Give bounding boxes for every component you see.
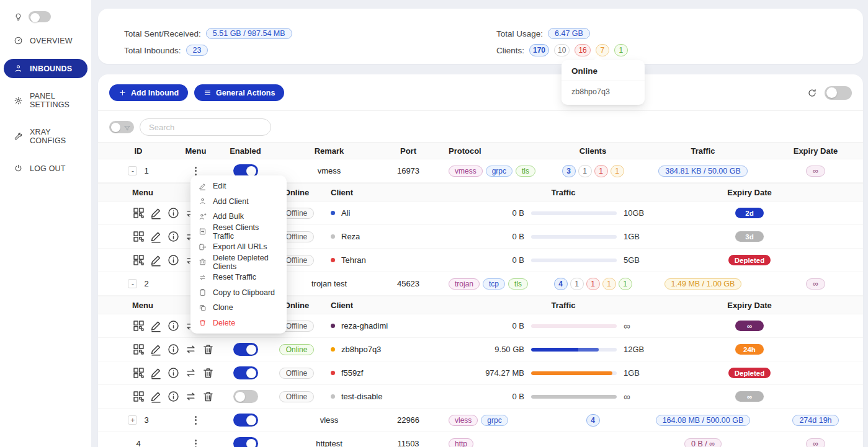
- info-icon[interactable]: [167, 206, 180, 219]
- expiry-badge: Depleted: [728, 368, 771, 378]
- menu-item-copy-to-clipboard[interactable]: Copy to Clipboard: [190, 285, 287, 301]
- menu-item-clone[interactable]: Clone: [190, 300, 287, 316]
- clone-icon: [199, 304, 207, 312]
- search-input[interactable]: [140, 118, 271, 136]
- qrcode-icon[interactable]: [132, 390, 145, 403]
- col-clients: Clients: [548, 143, 638, 159]
- sidebar-nav: OVERVIEW INBOUNDS PANEL SETTINGS XRAY CO…: [0, 31, 91, 178]
- menu-item-delete-depleted-clients[interactable]: Delete Depleted Clients: [190, 255, 287, 270]
- info-icon[interactable]: [167, 319, 180, 332]
- inbound-menu-button[interactable]: [191, 414, 200, 427]
- count-badge[interactable]: 4: [586, 414, 600, 427]
- info-icon[interactable]: [167, 343, 180, 356]
- power-icon: [14, 164, 23, 173]
- add-inbound-button[interactable]: Add Inbound: [109, 84, 188, 101]
- count-badge[interactable]: 1: [586, 278, 600, 290]
- client-color-dot: [331, 234, 335, 239]
- count-badge[interactable]: 1: [594, 165, 608, 177]
- qrcode-icon[interactable]: [132, 206, 145, 219]
- edit-icon[interactable]: [150, 230, 163, 243]
- client-color-dot: [331, 347, 335, 352]
- count-badge[interactable]: 1: [611, 165, 624, 177]
- client-color-dot: [331, 324, 335, 328]
- menu-item-add-bulk[interactable]: Add Bulk: [190, 209, 287, 224]
- traffic-total: 1GB: [624, 368, 656, 378]
- qrcode-icon[interactable]: [132, 230, 145, 243]
- qrcode-icon[interactable]: [132, 254, 145, 267]
- count-badge[interactable]: 3: [562, 165, 576, 177]
- inbound-enabled-toggle[interactable]: [233, 414, 258, 427]
- client-count-total[interactable]: 170: [529, 44, 549, 56]
- edit-icon: [199, 182, 207, 190]
- online-status-badge: Offline: [279, 368, 314, 379]
- count-badge[interactable]: 1: [570, 278, 584, 290]
- sidebar-item-label: INBOUNDS: [30, 64, 72, 73]
- menu-item-export-all-urls[interactable]: Export All URLs: [190, 239, 287, 255]
- info-icon[interactable]: [167, 390, 180, 403]
- edit-icon[interactable]: [150, 366, 163, 379]
- refresh-icon[interactable]: [807, 88, 817, 98]
- traffic-total: 10GB: [624, 208, 656, 218]
- filter-toggle[interactable]: [109, 121, 134, 133]
- popover-title: Online: [562, 60, 645, 81]
- edit-icon[interactable]: [150, 206, 163, 219]
- export-urls-icon: [199, 243, 207, 251]
- menu-item-edit[interactable]: Edit: [190, 179, 287, 194]
- auto-refresh-toggle[interactable]: [825, 86, 852, 100]
- general-actions-label: General Actions: [216, 89, 275, 97]
- client-count-online[interactable]: 1: [614, 44, 628, 56]
- edit-icon[interactable]: [150, 319, 163, 332]
- client-count-depleted[interactable]: 16: [575, 44, 590, 56]
- sidebar-item-overview[interactable]: OVERVIEW: [4, 31, 87, 50]
- edit-icon[interactable]: [150, 390, 163, 403]
- sidebar-item-panel-settings[interactable]: PANEL SETTINGS: [4, 87, 87, 114]
- col-id: ID: [98, 143, 179, 159]
- reset-icon[interactable]: [184, 366, 197, 379]
- info-icon[interactable]: [167, 366, 180, 379]
- general-actions-button[interactable]: General Actions: [194, 84, 284, 101]
- menu-item-delete[interactable]: Delete: [190, 316, 287, 331]
- inbound-enabled-toggle[interactable]: [233, 437, 258, 447]
- expand-button[interactable]: +: [128, 415, 137, 425]
- traffic-used: 0 B: [471, 321, 524, 330]
- collapse-button[interactable]: -: [128, 166, 137, 175]
- client-enabled-toggle[interactable]: [233, 366, 258, 379]
- qrcode-icon[interactable]: [132, 366, 145, 379]
- qrcode-icon[interactable]: [132, 343, 145, 356]
- inbound-context-menu: Edit Add Client Add Bulk Reset Clients T…: [190, 175, 287, 334]
- client-enabled-toggle[interactable]: [233, 390, 258, 403]
- menu-item-reset-traffic[interactable]: Reset Traffic: [190, 270, 287, 285]
- client-color-dot: [331, 371, 335, 375]
- count-badge[interactable]: 1: [602, 278, 616, 290]
- edit-icon[interactable]: [150, 254, 163, 267]
- sidebar-item-label: OVERVIEW: [30, 37, 73, 45]
- edit-icon[interactable]: [150, 343, 163, 356]
- client-enabled-toggle[interactable]: [233, 343, 258, 356]
- qrcode-icon[interactable]: [132, 319, 145, 332]
- sidebar-item-xray-configs[interactable]: XRAY CONFIGS: [4, 123, 87, 150]
- reset-icon[interactable]: [184, 343, 197, 356]
- collapse-button[interactable]: -: [128, 279, 137, 288]
- info-icon[interactable]: [167, 254, 180, 267]
- count-badge[interactable]: 1: [578, 165, 592, 177]
- count-badge[interactable]: 1: [619, 278, 632, 290]
- traffic-total: 12GB: [624, 345, 656, 354]
- theme-toggle[interactable]: [29, 11, 51, 22]
- info-icon[interactable]: [167, 230, 180, 243]
- inbound-menu-button[interactable]: [191, 437, 200, 447]
- total-inbounds-value: 23: [186, 45, 208, 56]
- inbound-port: 22966: [380, 409, 436, 432]
- sidebar-item-inbounds[interactable]: INBOUNDS: [4, 59, 87, 78]
- traffic-bar: [531, 211, 617, 215]
- client-count-inactive[interactable]: 10: [554, 44, 570, 56]
- menu-item-reset-clients-traffic[interactable]: Reset Clients Traffic: [190, 224, 287, 240]
- count-badge[interactable]: 4: [554, 278, 568, 290]
- sidebar-item-logout[interactable]: LOG OUT: [4, 159, 87, 178]
- reset-icon[interactable]: [184, 390, 197, 403]
- inbound-remark: trojan test: [278, 272, 380, 295]
- col-port: Port: [380, 143, 436, 159]
- stats-card: Total Sent/Received: 5.51 GB / 987.54 MB…: [98, 9, 863, 64]
- client-count-expiring[interactable]: 7: [596, 44, 609, 56]
- menu-item-add-client[interactable]: Add Client: [190, 194, 287, 210]
- traffic-bar: [531, 259, 617, 262]
